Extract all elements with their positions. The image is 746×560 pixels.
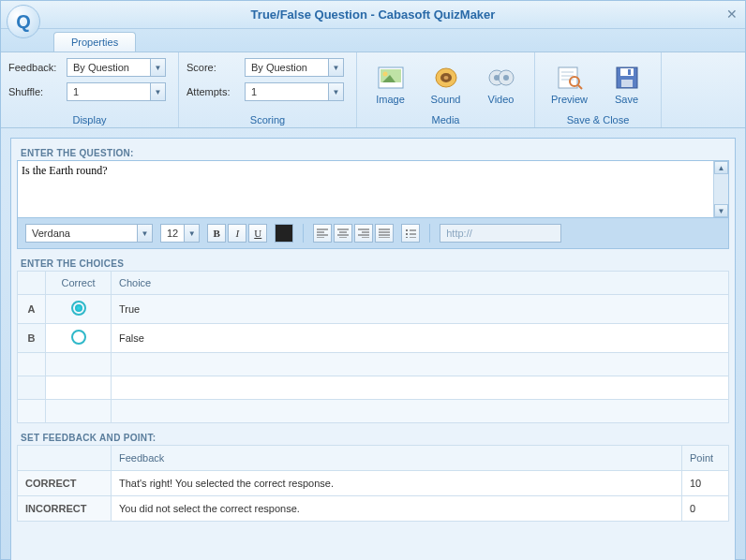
editor-panel: ENTER THE QUESTION: ▲ ▼ Verdana ▼ 12 ▼ (10, 138, 736, 560)
question-box: ▲ ▼ (17, 160, 729, 218)
group-label-display: Display (8, 111, 171, 125)
align-center-button[interactable] (334, 224, 352, 243)
chevron-down-icon: ▼ (328, 59, 343, 76)
sound-label: Sound (431, 94, 461, 105)
underline-button[interactable]: U (248, 224, 267, 243)
feedback-row-correct[interactable]: CORRECT That's right! You selected the c… (18, 471, 729, 496)
app-logo[interactable]: Q (7, 5, 40, 38)
chevron-down-icon: ▼ (328, 83, 343, 100)
svg-rect-19 (621, 80, 633, 87)
question-textarea[interactable] (18, 161, 713, 217)
image-icon (377, 64, 405, 92)
titlebar: Q True/False Question - Cabasoft QuizMak… (1, 1, 745, 29)
chevron-down-icon: ▼ (184, 225, 199, 242)
bullet-list-button[interactable] (401, 224, 420, 243)
feedback-label: Feedback: (8, 62, 61, 73)
score-value: By Question (246, 62, 328, 73)
attempts-combo[interactable]: 1 ▼ (245, 82, 344, 101)
fb-correct-text[interactable]: That's right! You selected the correct r… (112, 471, 682, 496)
radio-checked-icon[interactable] (71, 301, 86, 316)
feedback-combo[interactable]: By Question ▼ (67, 58, 166, 77)
font-name-value: Verdana (26, 228, 137, 239)
choice-letter: B (18, 324, 46, 353)
font-name-combo[interactable]: Verdana ▼ (25, 224, 153, 243)
save-button[interactable]: Save (600, 62, 653, 107)
svg-point-41 (406, 237, 408, 238)
align-justify-button[interactable] (375, 224, 394, 243)
image-button[interactable]: Image (365, 62, 416, 107)
font-size-combo[interactable]: 12 ▼ (160, 224, 200, 243)
scroll-up-icon[interactable]: ▲ (714, 161, 728, 174)
shuffle-label: Shuffle: (8, 86, 61, 97)
radio-unchecked-icon[interactable] (71, 330, 86, 345)
content-area: ENTER THE QUESTION: ▲ ▼ Verdana ▼ 12 ▼ (1, 128, 745, 560)
separator (303, 224, 304, 243)
preview-label: Preview (551, 94, 588, 105)
align-left-button[interactable] (313, 224, 332, 243)
svg-point-6 (443, 76, 448, 80)
shuffle-value: 1 (67, 86, 150, 97)
choices-section-label: ENTER THE CHOICES (17, 255, 729, 271)
svg-point-2 (382, 72, 387, 77)
sound-button[interactable]: Sound (420, 62, 471, 107)
chevron-down-icon: ▼ (150, 59, 165, 76)
feedback-table: Feedback Point CORRECT That's right! You… (17, 445, 729, 522)
choice-row-empty (18, 353, 729, 376)
ribbon-group-scoring: Score: By Question ▼ Attempts: 1 ▼ Scori… (179, 52, 357, 127)
fb-col-point: Point (682, 446, 729, 471)
svg-rect-18 (620, 68, 634, 76)
video-button[interactable]: Video (475, 62, 527, 107)
fb-incorrect-point[interactable]: 0 (682, 496, 729, 522)
scroll-down-icon[interactable]: ▼ (714, 204, 728, 217)
font-color-button[interactable] (275, 224, 293, 243)
scrollbar[interactable]: ▲ ▼ (713, 161, 728, 217)
align-right-button[interactable] (354, 224, 373, 243)
choices-table: Correct Choice A True B False (17, 271, 729, 423)
italic-button[interactable]: I (228, 224, 246, 243)
close-button[interactable]: ✕ (726, 7, 738, 22)
choice-row[interactable]: A True (18, 295, 729, 324)
preview-button[interactable]: Preview (543, 62, 596, 107)
svg-point-10 (503, 75, 509, 81)
tab-properties[interactable]: Properties (53, 32, 136, 52)
choice-row[interactable]: B False (18, 324, 729, 353)
group-label-scoring: Scoring (186, 111, 349, 125)
choice-text[interactable]: False (112, 324, 729, 353)
window-title: True/False Question - Cabasoft QuizMaker (251, 7, 496, 22)
score-label: Score: (186, 62, 239, 73)
choice-row-empty (18, 376, 729, 400)
ribbon-group-media: Image Sound Video Media (357, 52, 535, 127)
url-input[interactable]: http:// (440, 224, 561, 243)
choice-letter: A (18, 295, 46, 324)
url-placeholder: http:// (446, 228, 472, 239)
video-icon (487, 64, 515, 92)
attempts-label: Attempts: (186, 86, 239, 97)
tabstrip: Properties (1, 29, 745, 52)
fb-col-feedback: Feedback (112, 446, 682, 471)
fb-correct-label: CORRECT (18, 471, 112, 496)
score-combo[interactable]: By Question ▼ (245, 58, 344, 77)
choice-correct-cell[interactable] (46, 324, 112, 353)
question-section-label: ENTER THE QUESTION: (17, 144, 729, 160)
col-blank (18, 272, 46, 295)
fb-col-blank (18, 446, 112, 471)
chevron-down-icon: ▼ (150, 83, 165, 100)
fb-incorrect-text[interactable]: You did not select the correct response. (112, 496, 682, 522)
col-correct: Correct (46, 272, 112, 295)
shuffle-combo[interactable]: 1 ▼ (67, 82, 166, 101)
fb-correct-point[interactable]: 10 (682, 471, 729, 496)
attempts-value: 1 (246, 86, 328, 97)
image-label: Image (376, 94, 405, 105)
choice-correct-cell[interactable] (46, 295, 112, 324)
bold-button[interactable]: B (207, 224, 226, 243)
format-toolbar: Verdana ▼ 12 ▼ B I U (17, 218, 729, 249)
feedback-row-incorrect[interactable]: INCORRECT You did not select the correct… (18, 496, 729, 522)
group-label-media: Media (365, 111, 527, 125)
feedback-value: By Question (67, 62, 150, 73)
choice-text[interactable]: True (112, 295, 729, 324)
svg-point-9 (494, 75, 500, 81)
logo-letter: Q (16, 11, 31, 33)
svg-rect-20 (628, 69, 631, 75)
save-label: Save (615, 94, 638, 105)
chevron-down-icon: ▼ (137, 225, 152, 242)
